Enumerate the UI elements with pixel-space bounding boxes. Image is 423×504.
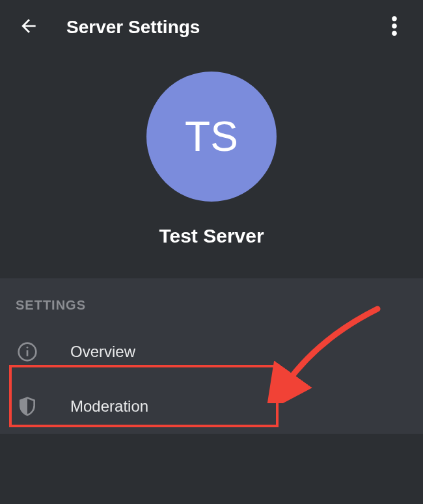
app-header: Server Settings xyxy=(0,0,423,55)
back-button[interactable] xyxy=(16,14,42,40)
server-info-section: TS Test Server xyxy=(0,55,423,278)
server-name: Test Server xyxy=(159,225,264,247)
more-options-button[interactable] xyxy=(381,14,407,40)
menu-item-moderation[interactable]: Moderation xyxy=(0,379,423,434)
settings-section: SETTINGS Overview Moderation xyxy=(0,278,423,434)
server-avatar[interactable]: TS xyxy=(146,72,277,202)
page-title: Server Settings xyxy=(66,17,200,38)
info-icon xyxy=(16,340,39,364)
back-arrow-icon xyxy=(18,16,39,39)
svg-point-0 xyxy=(392,16,397,21)
svg-point-1 xyxy=(392,23,397,29)
shield-icon xyxy=(16,395,39,418)
svg-point-5 xyxy=(27,347,29,349)
settings-section-label: SETTINGS xyxy=(0,298,423,325)
menu-item-label: Moderation xyxy=(70,397,148,416)
more-vertical-icon xyxy=(392,16,397,38)
svg-point-2 xyxy=(392,31,397,36)
menu-item-label: Overview xyxy=(70,343,135,361)
menu-item-overview[interactable]: Overview xyxy=(0,325,423,379)
avatar-initials: TS xyxy=(185,113,238,161)
